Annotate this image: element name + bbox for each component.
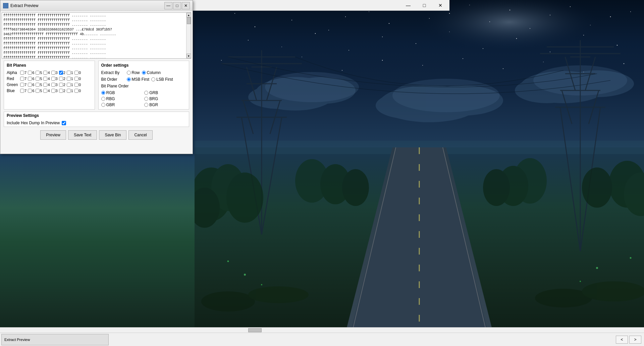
rbg-radio[interactable] xyxy=(101,97,105,101)
taskbar-app-button[interactable]: Extract Preview xyxy=(1,334,109,345)
green-7-checkbox[interactable] xyxy=(20,83,24,87)
alpha-bit-6[interactable]: 6 xyxy=(28,71,34,75)
blue-bit-4[interactable]: 4 xyxy=(43,89,50,93)
alpha-0-checkbox[interactable] xyxy=(74,71,78,75)
bgr-radio[interactable] xyxy=(144,103,148,107)
gbr-option[interactable]: GBR xyxy=(101,102,143,107)
extract-by-row-radio[interactable] xyxy=(127,71,131,75)
blue-bit-5[interactable]: 5 xyxy=(36,89,42,93)
bgr-option[interactable]: BGR xyxy=(144,102,186,107)
gbr-radio[interactable] xyxy=(101,103,105,107)
msb-first-option[interactable]: MSB First xyxy=(127,77,150,82)
green-bit-0[interactable]: 0 xyxy=(74,83,81,87)
alpha-bit-4[interactable]: 4 xyxy=(43,71,50,75)
cancel-button[interactable]: Cancel xyxy=(128,130,152,140)
green-bit-2[interactable]: 2 xyxy=(59,83,65,87)
red-5-checkbox[interactable] xyxy=(36,77,40,81)
extract-by-row-option[interactable]: Row xyxy=(127,70,140,75)
lsb-first-option[interactable]: LSB First xyxy=(151,77,173,82)
alpha-bit-0[interactable]: 0 xyxy=(74,71,81,75)
green-6-checkbox[interactable] xyxy=(28,83,32,87)
red-bit-4[interactable]: 4 xyxy=(43,77,50,81)
blue-0-checkbox[interactable] xyxy=(74,89,78,93)
green-bit-6[interactable]: 6 xyxy=(28,83,34,87)
red-bit-6[interactable]: 6 xyxy=(28,77,34,81)
blue-6-checkbox[interactable] xyxy=(28,89,32,93)
green-3-checkbox[interactable] xyxy=(51,83,55,87)
save-text-button[interactable]: Save Text xyxy=(68,130,97,140)
red-0-checkbox[interactable] xyxy=(74,77,78,81)
green-5-checkbox[interactable] xyxy=(36,83,40,87)
alpha-1-checkbox[interactable] xyxy=(67,71,71,75)
preview-button[interactable]: Preview xyxy=(40,130,66,140)
hex-dump-checkbox[interactable] xyxy=(62,121,66,125)
extract-by-column-radio[interactable] xyxy=(142,71,146,75)
scroll-track[interactable] xyxy=(186,17,191,54)
save-bin-button[interactable]: Save Bin xyxy=(99,130,126,140)
red-2-checkbox[interactable] xyxy=(59,77,63,81)
red-bit-2[interactable]: 2 xyxy=(59,77,65,81)
alpha-bit-2[interactable]: 2 xyxy=(59,71,65,75)
blue-7-checkbox[interactable] xyxy=(20,89,24,93)
green-2-checkbox[interactable] xyxy=(59,83,63,87)
blue-2-checkbox[interactable] xyxy=(59,89,63,93)
grb-option[interactable]: GRB xyxy=(144,90,186,95)
nav-back-button[interactable]: < xyxy=(616,336,628,344)
red-6-checkbox[interactable] xyxy=(28,77,32,81)
blue-3-checkbox[interactable] xyxy=(51,89,55,93)
main-minimize-button[interactable]: — xyxy=(400,1,416,10)
alpha-bit-1[interactable]: 1 xyxy=(67,71,73,75)
blue-bit-0[interactable]: 0 xyxy=(74,89,81,93)
dialog-maximize-button[interactable]: □ xyxy=(173,2,181,9)
green-bit-1[interactable]: 1 xyxy=(67,83,73,87)
green-0-checkbox[interactable] xyxy=(74,83,78,87)
red-bit-3[interactable]: 3 xyxy=(51,77,58,81)
blue-1-checkbox[interactable] xyxy=(67,89,71,93)
grb-radio[interactable] xyxy=(144,91,148,95)
brg-option[interactable]: BRG xyxy=(144,96,186,101)
preview-scrollbar[interactable]: ▲ ▼ xyxy=(186,13,191,58)
alpha-5-checkbox[interactable] xyxy=(36,71,40,75)
extract-by-column-option[interactable]: Column xyxy=(142,70,161,75)
alpha-bit-7[interactable]: 7 xyxy=(20,71,26,75)
scroll-up-button[interactable]: ▲ xyxy=(186,13,191,17)
green-bit-7[interactable]: 7 xyxy=(20,83,26,87)
alpha-bit-5[interactable]: 5 xyxy=(36,71,42,75)
red-bit-0[interactable]: 0 xyxy=(74,77,81,81)
horizontal-scrollbar[interactable] xyxy=(0,327,644,333)
blue-bit-6[interactable]: 6 xyxy=(28,89,34,93)
blue-5-checkbox[interactable] xyxy=(36,89,40,93)
rgb-option[interactable]: RGB xyxy=(101,90,143,95)
scroll-down-button[interactable]: ▼ xyxy=(186,54,191,58)
green-bit-3[interactable]: 3 xyxy=(51,83,58,87)
blue-bit-7[interactable]: 7 xyxy=(20,89,26,93)
main-maximize-button[interactable]: □ xyxy=(417,1,432,10)
green-1-checkbox[interactable] xyxy=(67,83,71,87)
alpha-bit-3[interactable]: 3 xyxy=(51,71,58,75)
alpha-3-checkbox[interactable] xyxy=(51,71,55,75)
red-1-checkbox[interactable] xyxy=(67,77,71,81)
rgb-radio[interactable] xyxy=(101,91,105,95)
red-7-checkbox[interactable] xyxy=(20,77,24,81)
scrollbar-thumb[interactable] xyxy=(248,328,262,332)
green-bit-4[interactable]: 4 xyxy=(43,83,50,87)
brg-radio[interactable] xyxy=(144,97,148,101)
rbg-option[interactable]: RBG xyxy=(101,96,143,101)
red-3-checkbox[interactable] xyxy=(51,77,55,81)
blue-bit-1[interactable]: 1 xyxy=(67,89,73,93)
green-bit-5[interactable]: 5 xyxy=(36,83,42,87)
blue-4-checkbox[interactable] xyxy=(43,89,47,93)
msb-first-radio[interactable] xyxy=(127,77,131,81)
blue-bit-3[interactable]: 3 xyxy=(51,89,58,93)
dialog-minimize-button[interactable]: — xyxy=(164,2,172,9)
lsb-first-radio[interactable] xyxy=(151,77,155,81)
alpha-7-checkbox[interactable] xyxy=(20,71,24,75)
main-close-button[interactable]: ✕ xyxy=(433,1,448,10)
scroll-thumb[interactable] xyxy=(187,17,191,24)
blue-bit-2[interactable]: 2 xyxy=(59,89,65,93)
dialog-titlebar[interactable]: Extract Preview — □ ✕ xyxy=(0,0,193,11)
alpha-4-checkbox[interactable] xyxy=(43,71,47,75)
red-bit-1[interactable]: 1 xyxy=(67,77,73,81)
alpha-2-checkbox[interactable] xyxy=(59,71,63,75)
green-4-checkbox[interactable] xyxy=(43,83,47,87)
